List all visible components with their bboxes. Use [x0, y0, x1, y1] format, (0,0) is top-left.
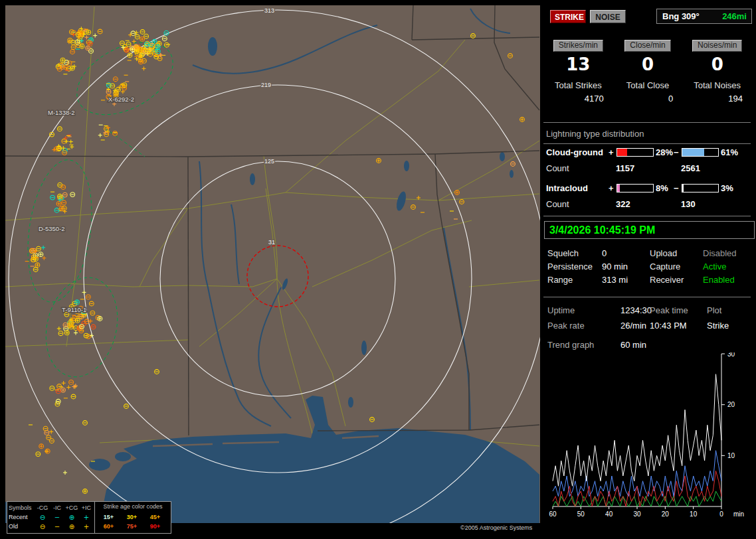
strikes-per-min-value: 13 — [566, 52, 590, 76]
svg-text:20: 20 — [727, 401, 735, 408]
strikes-per-min-column: Strikes/min 13 Total Strikes 4170 — [543, 40, 613, 104]
datetime-display: 3/4/2026 10:45:19 PM — [544, 221, 755, 239]
svg-text:313: 313 — [264, 7, 274, 14]
svg-text:D-5350-2: D-5350-2 — [39, 225, 65, 232]
peak-rate-row: Peak rate 26/min 10:43 PM Strike — [547, 321, 756, 334]
divider — [543, 122, 751, 123]
legend-symbols-header: Symbols — [9, 504, 35, 511]
close-per-min-column: Close/min 0 Total Close 0 — [613, 40, 683, 104]
total-noises-label: Total Noises — [694, 80, 741, 90]
cg-positive-bar — [616, 148, 654, 157]
divider — [543, 297, 751, 297]
uptime-value: 1234:30 — [620, 305, 652, 315]
noises-per-min-header: Noises/min — [692, 40, 742, 52]
lightning-map[interactable]: 31321912531X-6292-2M-1338-2D-5350-2T-911… — [5, 5, 540, 523]
plot-label: Plot — [707, 305, 721, 315]
receiver-label: Receiver — [650, 275, 684, 285]
svg-text:30: 30 — [727, 352, 735, 358]
svg-text:20: 20 — [662, 510, 670, 518]
trend-series-total_strikes — [553, 374, 721, 487]
strike-toggle-button[interactable]: STRIKE — [550, 10, 586, 23]
total-noises-value: 194 — [728, 94, 752, 104]
svg-text:40: 40 — [605, 510, 613, 518]
legend-age-section: Strike age color codes 15+30+45+ 60+75+9… — [95, 502, 171, 533]
svg-text:125: 125 — [264, 158, 274, 165]
legend-row-old: Old⊖−⊕+ — [9, 522, 94, 531]
close-per-min-header: Close/min — [624, 40, 670, 52]
range-row: Range 313 mi Receiver Enabled — [547, 275, 756, 288]
range-value: 313 mi — [602, 275, 628, 285]
trend-series-intracloud — [553, 491, 721, 506]
svg-text:0: 0 — [719, 510, 723, 518]
squelch-label: Squelch — [547, 248, 579, 258]
ic-negative-bar — [682, 184, 719, 193]
svg-text:T-9110-1: T-9110-1 — [62, 306, 86, 313]
svg-text:31: 31 — [268, 239, 275, 246]
persistence-value: 90 min — [602, 262, 628, 271]
minus-bar-fill — [682, 149, 704, 156]
svg-text:X-6292-2: X-6292-2 — [108, 96, 134, 103]
divider — [543, 216, 751, 216]
noises-per-min-value: 0 — [711, 52, 723, 76]
minus-sign: − — [674, 147, 679, 157]
status-panel: STRIKE NOISE Bng 309° 246mi Strikes/min … — [543, 0, 756, 539]
trend-graph-window: 60 min — [620, 340, 646, 350]
upload-label: Upload — [650, 248, 677, 258]
uptime-label: Uptime — [547, 305, 575, 315]
svg-text:50: 50 — [577, 510, 585, 518]
cg-positive-count: 1157 — [616, 163, 634, 173]
plus-bar-fill — [617, 185, 620, 192]
cloud-ground-row: Cloud-ground + 28% − 61% — [546, 147, 756, 158]
ic-positive-count: 322 — [616, 199, 630, 209]
minus-bar-fill — [682, 185, 684, 192]
trend-graph-row: Trend graph 60 min — [547, 340, 756, 353]
peak-rate-label: Peak rate — [547, 321, 585, 331]
divider — [543, 143, 751, 144]
count-label: Count — [546, 199, 569, 209]
map-canvas: 31321912531X-6292-2M-1338-2D-5350-2T-911… — [5, 5, 540, 523]
legend-row-recent: Recent⊖−⊕+ — [9, 512, 94, 522]
svg-text:30: 30 — [633, 510, 641, 518]
svg-text:10: 10 — [727, 452, 735, 459]
bearing-readout: Bng 309° 246mi — [656, 9, 752, 24]
count-label: Count — [546, 163, 569, 173]
legend-type-ic-neg: -IC — [50, 504, 64, 511]
ic-negative-percent: 3% — [721, 183, 733, 193]
noise-toggle-button[interactable]: NOISE — [590, 10, 626, 23]
legend-symbols-section: Symbols -CG -IC +CG +IC Recent⊖−⊕+ Old⊖−… — [7, 502, 95, 533]
setting-state: Disabled — [703, 248, 737, 258]
bearing-distance: 246mi — [722, 9, 747, 23]
svg-text:219: 219 — [261, 82, 271, 88]
map-legend: Symbols -CG -IC +CG +IC Recent⊖−⊕+ Old⊖−… — [7, 501, 171, 534]
rate-columns: Strikes/min 13 Total Strikes 4170 Close/… — [543, 40, 752, 104]
close-per-min-value: 0 — [642, 52, 654, 76]
legend-type-cg-neg: -CG — [35, 504, 50, 511]
capture-label: Capture — [650, 262, 680, 271]
legend-type-ic-pos: +IC — [79, 504, 94, 511]
legend-type-cg-pos: +CG — [64, 504, 79, 511]
intracloud-label: Intracloud — [546, 183, 588, 193]
total-close-value: 0 — [668, 94, 682, 104]
legend-age-header: Strike age color codes — [95, 503, 171, 510]
svg-text:M-1338-2: M-1338-2 — [48, 109, 75, 116]
distribution-title: Lightning type distribution — [546, 129, 644, 139]
cloud-ground-count-row: Count 1157 2561 — [546, 163, 756, 174]
svg-text:60: 60 — [549, 510, 557, 518]
ic-positive-percent: 8% — [656, 183, 668, 193]
bearing-label: Bng 309° — [662, 9, 700, 23]
plus-sign: + — [609, 183, 614, 193]
copyright-text: ©2005 Astrogenic Systems — [460, 524, 532, 531]
intracloud-count-row: Count 322 130 — [546, 199, 756, 210]
nexstorm-window: { "window": { "credit": "©2005 Astrogeni… — [0, 0, 756, 539]
peak-rate-value: 26/min — [620, 321, 646, 331]
minus-sign: − — [674, 183, 679, 193]
cloud-ground-label: Cloud-ground — [546, 147, 603, 157]
ic-negative-count: 130 — [681, 199, 696, 209]
uptime-row: Uptime 1234:30 Peak time Plot — [547, 305, 756, 319]
svg-text:10: 10 — [690, 510, 698, 518]
range-label: Range — [547, 275, 573, 285]
cg-negative-bar — [682, 148, 719, 157]
cg-positive-percent: 28% — [656, 147, 673, 157]
trend-graph-label: Trend graph — [547, 340, 594, 350]
ic-positive-bar — [616, 184, 654, 193]
